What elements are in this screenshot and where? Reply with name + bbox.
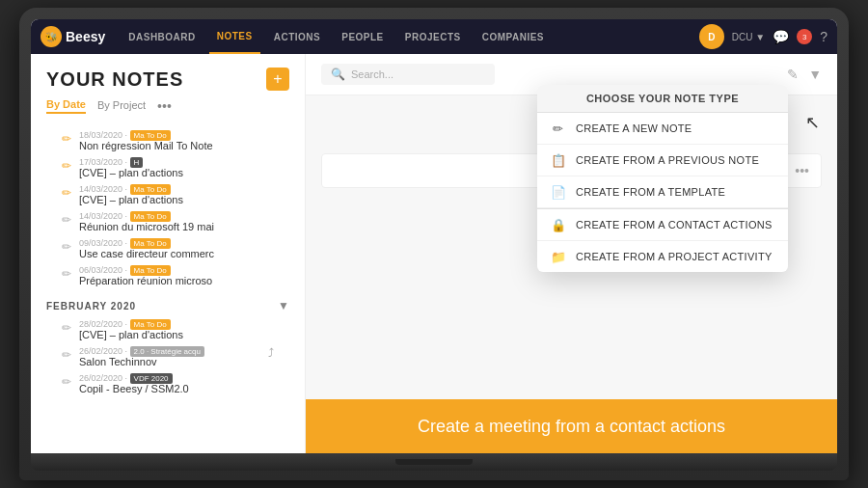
nav-notes[interactable]: NOTES [209, 19, 260, 54]
list-item[interactable]: ✏ 28/02/2020 · Ma To Do [CVE] – plan d'a… [46, 316, 289, 343]
dropdown-item-new[interactable]: ✏ CREATE A NEW NOTE [537, 113, 788, 145]
note-date: 09/03/2020 · Ma To Do [79, 238, 274, 248]
month-toggle-icon[interactable]: ▼ [278, 299, 289, 312]
panel-header-right: + [266, 68, 289, 91]
dropdown-item-contact[interactable]: 🔒 CREATE FROM A CONTACT ACTIONS [537, 209, 788, 241]
nav-right: D DCU ▼ 💬 3 ? [699, 24, 827, 49]
february-section: FEBRUARY 2020 ▼ ✏ 28/02/2020 · Ma To Do … [31, 293, 305, 401]
user-avatar[interactable]: D [699, 24, 724, 49]
note-icon: ✏ [62, 213, 73, 227]
note-info: 14/03/2020 · Ma To Do Réunion du microso… [79, 211, 274, 232]
list-item[interactable]: ✏ 26/02/2020 · VDF 2020 Copil - Beesy / … [46, 370, 289, 397]
dropdown-item-label: CREATE FROM A CONTACT ACTIONS [576, 219, 773, 230]
note-icon: ✏ [62, 267, 73, 281]
nav-actions[interactable]: ACTIONS [266, 19, 329, 54]
nav-companies[interactable]: COMPANIES [475, 19, 552, 54]
notification-badge[interactable]: 3 [797, 29, 812, 44]
template-icon: 📄 [551, 184, 566, 200]
right-panel: 🔍 Search... ✎ ▼ ••• [306, 54, 837, 453]
chat-icon[interactable]: 💬 [773, 29, 789, 44]
nav-dashboard[interactable]: DASHBOARD [121, 19, 203, 54]
username-label[interactable]: DCU ▼ [732, 32, 765, 42]
note-info: 26/02/2020 · VDF 2020 Copil - Beesy / SS… [79, 373, 274, 394]
note-info: 09/03/2020 · Ma To Do Use case directeur… [79, 238, 274, 259]
list-item[interactable]: ✏ 17/03/2020 · H [CVE] – plan d'actions [46, 154, 289, 181]
note-info: 26/02/2020 · 2.0 · Stratégie acqu Salon … [79, 346, 262, 367]
dropdown-item-label: CREATE FROM A PROJECT ACTIVITY [576, 251, 773, 262]
note-icon: ✏ [62, 321, 73, 335]
dropdown-item-project[interactable]: 📁 CREATE FROM A PROJECT ACTIVITY [537, 241, 788, 272]
panel-header: YOUR NOTES + [31, 54, 305, 98]
list-item[interactable]: ✏ 26/02/2020 · 2.0 · Stratégie acqu Salo… [46, 343, 289, 370]
right-actions: ✎ ▼ [787, 67, 822, 82]
note-bar-right: ••• [795, 163, 809, 178]
note-date: 14/03/2020 · Ma To Do [79, 184, 274, 194]
note-title: [CVE] – plan d'actions [79, 167, 274, 178]
banner-text: Create a meeting from a contact actions [418, 417, 725, 437]
add-note-button[interactable]: + [266, 68, 289, 91]
note-date: 26/02/2020 · 2.0 · Stratégie acqu [79, 346, 262, 356]
share-icon: ⤴ [268, 346, 274, 360]
note-icon: ✏ [62, 375, 73, 389]
month-header: FEBRUARY 2020 ▼ [46, 299, 289, 312]
list-item[interactable]: ✏ 14/03/2020 · Ma To Do [CVE] – plan d'a… [46, 181, 289, 208]
nav-people[interactable]: PEOPLE [334, 19, 392, 54]
dropdown-item-template[interactable]: 📄 CREATE FROM A TEMPLATE [537, 176, 788, 208]
note-info: 14/03/2020 · Ma To Do [CVE] – plan d'act… [79, 184, 274, 205]
search-icon: 🔍 [331, 68, 345, 81]
tab-by-date[interactable]: By Date [46, 98, 86, 114]
note-type-dropdown: CHOOSE YOUR NOTE TYPE ✏ CREATE A NEW NOT… [537, 85, 788, 272]
note-title: [CVE] – plan d'actions [79, 194, 274, 205]
laptop-screen: 🐝 Beesy DASHBOARD NOTES ACTIONS PEOPLE P… [31, 19, 837, 453]
note-icon: ✏ [62, 240, 73, 254]
search-box[interactable]: 🔍 Search... [321, 64, 495, 85]
list-item[interactable]: ✏ 18/03/2020 · Ma To Do Non régression M… [46, 127, 289, 154]
dropdown-header: CHOOSE YOUR NOTE TYPE [537, 85, 788, 113]
dropdown-item-label: CREATE A NEW NOTE [576, 122, 692, 134]
month-label: FEBRUARY 2020 [46, 301, 136, 312]
march-section: ✏ 18/03/2020 · Ma To Do Non régression M… [31, 122, 305, 293]
dropdown-item-label: CREATE FROM A TEMPLATE [576, 186, 725, 198]
note-date: 18/03/2020 · Ma To Do [79, 130, 274, 140]
note-date: 17/03/2020 · H [79, 157, 274, 167]
three-dots-icon[interactable]: ••• [795, 163, 809, 178]
tab-more-icon[interactable]: ••• [157, 98, 172, 114]
note-icon: ✏ [62, 348, 73, 362]
note-info: 06/03/2020 · Ma To Do Préparation réunio… [79, 265, 274, 286]
help-icon[interactable]: ? [820, 29, 827, 44]
pin-icon: ✏ [62, 159, 73, 173]
pin-icon: ✏ [62, 186, 73, 200]
dropdown-item-label: CREATE FROM A PREVIOUS NOTE [576, 154, 759, 166]
search-placeholder: Search... [351, 68, 393, 80]
note-date: 26/02/2020 · VDF 2020 [79, 373, 274, 383]
note-info: 17/03/2020 · H [CVE] – plan d'actions [79, 157, 274, 178]
clipboard-icon: 📋 [551, 152, 566, 168]
laptop-shell: 🐝 Beesy DASHBOARD NOTES ACTIONS PEOPLE P… [19, 8, 849, 480]
list-item[interactable]: ✏ 14/03/2020 · Ma To Do Réunion du micro… [46, 208, 289, 235]
list-item[interactable]: ✏ 09/03/2020 · Ma To Do Use case directe… [46, 235, 289, 262]
dropdown-item-previous[interactable]: 📋 CREATE FROM A PREVIOUS NOTE [537, 145, 788, 176]
list-item[interactable]: ✏ 06/03/2020 · Ma To Do Préparation réun… [46, 262, 289, 289]
tab-by-project[interactable]: By Project [97, 99, 146, 113]
pin-icon: ✏ [62, 132, 73, 146]
note-title: Non régression Mail To Note [79, 140, 274, 151]
panel-title: YOUR NOTES [46, 68, 183, 91]
nav-projects[interactable]: PROJECTS [397, 19, 469, 54]
pencil-icon: ✏ [551, 121, 566, 136]
expand-icon[interactable]: ▼ [808, 67, 822, 82]
note-title: Préparation réunion microso [79, 275, 274, 286]
notes-list: ✏ 18/03/2020 · Ma To Do Non régression M… [31, 122, 305, 453]
laptop-notch [395, 459, 473, 465]
note-title: Réunion du microsoft 19 mai [79, 221, 274, 232]
app-name: Beesy [66, 29, 105, 44]
logo-area: 🐝 Beesy [41, 26, 105, 47]
folder-icon: 📁 [551, 249, 566, 264]
main-content: YOUR NOTES + By Date By Project ••• ✏ [31, 54, 837, 453]
left-panel: YOUR NOTES + By Date By Project ••• ✏ [31, 54, 306, 453]
edit-icon[interactable]: ✎ [787, 67, 799, 82]
note-info: 28/02/2020 · Ma To Do [CVE] – plan d'act… [79, 319, 274, 340]
note-date: 28/02/2020 · Ma To Do [79, 319, 274, 329]
laptop-base [31, 453, 837, 471]
note-title: Copil - Beesy / SSM2.0 [79, 383, 274, 394]
note-title: [CVE] – plan d'actions [79, 329, 274, 340]
